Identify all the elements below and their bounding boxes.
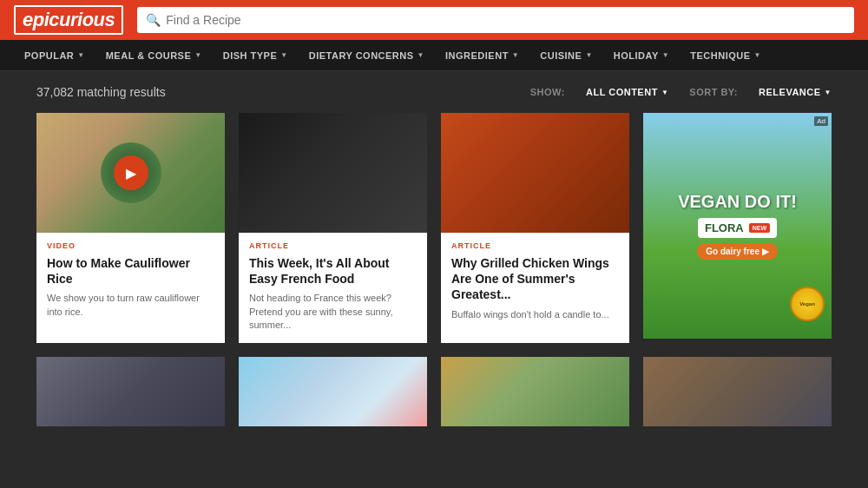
card-title: How to Make Cauliflower Rice [47,255,214,287]
chevron-down-icon: ▼ [754,51,761,59]
chevron-down-icon: ▼ [661,89,668,96]
content-grid: ▶ VIDEO How to Make Cauliflower Rice We … [0,113,868,426]
card-image: ▶ [36,113,225,233]
card-title: Why Grilled Chicken Wings Are One of Sum… [451,255,619,303]
nav-item-cuisine[interactable]: Cuisine ▼ [529,40,603,71]
results-bar: 37,082 matching results SHOW: All Conten… [0,71,868,113]
card-image [36,357,225,426]
nav: Popular ▼ Meal & Course ▼ Dish Type ▼ Di… [0,40,868,71]
ad-product-badge: NEW [749,223,770,233]
chevron-down-icon: ▼ [280,51,287,59]
card-image [643,357,832,426]
sort-label: SORT BY: [689,87,738,97]
ad-product: FLORA NEW [698,218,777,238]
card-image [441,113,629,233]
chevron-down-icon: ▼ [512,51,519,59]
nav-item-holiday[interactable]: Holiday ▼ [603,40,680,71]
search-input[interactable] [166,13,845,27]
advertisement-card[interactable]: Ad VEGAN DO IT! FLORA NEW Vegan Go dairy… [643,113,832,339]
card-body: ARTICLE This Week, It's All About Easy F… [239,233,427,343]
show-content-dropdown[interactable]: All Content ▼ [586,87,668,97]
card-image [239,113,427,233]
ad-title: VEGAN DO IT! [678,192,797,211]
nav-item-dietary-concerns[interactable]: Dietary Concerns ▼ [299,40,435,71]
play-button[interactable]: ▶ [114,155,148,190]
card-body: ARTICLE Why Grilled Chicken Wings Are On… [441,233,629,332]
results-controls: SHOW: All Content ▼ SORT BY: Relevance ▼ [530,87,832,97]
card-body: VIDEO How to Make Cauliflower Rice We sh… [36,233,225,329]
card-description: We show you to turn raw cauliflower into… [47,292,214,319]
card-tag: VIDEO [47,241,214,250]
card-bottom-1[interactable] [36,357,225,426]
ad-product-name: FLORA [705,221,744,234]
results-count: 37,082 matching results [36,85,166,99]
card-bottom-2[interactable] [239,357,427,426]
ad-vegan-badge: Vegan [790,287,825,321]
chevron-down-icon: ▼ [418,51,424,59]
card-image [239,357,427,426]
chevron-down-icon: ▼ [77,51,84,59]
card-bottom-3[interactable] [441,357,629,426]
nav-item-meal-course[interactable]: Meal & Course ▼ [95,40,213,71]
card-cauliflower-rice[interactable]: ▶ VIDEO How to Make Cauliflower Rice We … [36,113,225,343]
nav-item-popular[interactable]: Popular ▼ [14,40,95,71]
chevron-down-icon: ▼ [662,51,669,59]
card-tag: ARTICLE [249,241,417,250]
nav-item-ingredient[interactable]: Ingredient ▼ [435,40,529,71]
nav-item-technique[interactable]: Technique ▼ [680,40,772,71]
header: epicurious 🔍 [0,0,868,40]
card-tag: ARTICLE [451,241,619,250]
card-grilled-chicken[interactable]: ARTICLE Why Grilled Chicken Wings Are On… [441,113,629,343]
ad-badge: Ad [814,116,828,126]
sort-dropdown[interactable]: Relevance ▼ [759,87,832,97]
nav-item-dish-type[interactable]: Dish Type ▼ [213,40,299,71]
chevron-down-icon: ▼ [194,51,201,59]
card-title: This Week, It's All About Easy French Fo… [249,255,417,287]
card-bottom-4[interactable] [643,357,832,426]
search-icon: 🔍 [146,13,161,27]
card-french-food[interactable]: ARTICLE This Week, It's All About Easy F… [239,113,427,343]
ad-content: Ad VEGAN DO IT! FLORA NEW Vegan Go dairy… [643,113,832,339]
ad-cta-button[interactable]: Go dairy free ▶ [697,243,777,260]
logo[interactable]: epicurious [14,5,123,35]
show-label: SHOW: [530,87,565,97]
chevron-down-icon: ▼ [825,89,832,96]
chevron-down-icon: ▼ [585,51,592,59]
card-image [441,357,629,426]
card-description: Buffalo wings don't hold a candle to... [451,308,619,321]
card-description: Not heading to France this week? Pretend… [249,292,417,332]
search-bar[interactable]: 🔍 [137,7,854,33]
